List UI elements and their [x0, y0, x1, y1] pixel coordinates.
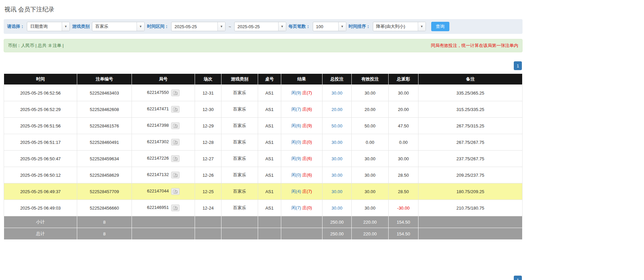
table-row: 2025-05-25 06:50:47 522528459634 6221472…: [4, 151, 523, 167]
player-result: 闲(4): [291, 189, 301, 194]
total-bet-link[interactable]: 30.00: [332, 173, 343, 178]
cell-result: 闲(0) 庄(6): [281, 167, 323, 183]
subtotal-row: 小计 8 250.00 220.00 154.50: [4, 216, 523, 228]
cell-total-bet: 30.00: [323, 183, 352, 200]
banker-result: 庄(6): [302, 107, 312, 112]
total-bet-link[interactable]: 30.00: [332, 206, 343, 211]
bet-records-table: 时间 注单编号 局号 场次 游戏类别 桌号 结果 总投注 有效投注 总派彩 备注…: [4, 73, 523, 240]
cell-note: 237.75/267.75: [418, 151, 523, 167]
chevron-down-icon[interactable]: ▼: [62, 22, 69, 31]
sort-order-dropdown[interactable]: 降幂(由大到小) ▼: [373, 22, 426, 31]
table-body: 2025-05-25 06:52:56 522528463403 6221475…: [4, 85, 523, 216]
page-size-value: 100: [313, 22, 338, 31]
total-count: 8: [77, 228, 132, 240]
round-id: 622147226: [147, 156, 169, 161]
player-result: 闲(9): [291, 156, 301, 161]
cell-total-bet: 30.00: [323, 134, 352, 151]
col-result: 结果: [281, 74, 323, 85]
round-video-icon[interactable]: [171, 172, 180, 178]
cell-table-no: AS1: [258, 151, 281, 167]
cell-result: 闲(0) 庄(0): [281, 134, 323, 151]
total-bet-link[interactable]: 30.00: [332, 189, 343, 194]
cell-result: 闲(4) 庄(7): [281, 183, 323, 200]
date-from-dropdown[interactable]: 2025-05-25 ▼: [171, 22, 226, 31]
search-button[interactable]: 查询: [431, 22, 449, 31]
cell-total-bet: 30.00: [323, 151, 352, 167]
total-bet-link[interactable]: 30.00: [332, 156, 343, 161]
cell-total-bet: 50.00: [323, 118, 352, 134]
total-bet-link[interactable]: 30.00: [332, 140, 343, 145]
pagination-page-1[interactable]: 1: [514, 61, 522, 70]
total-payout: 154.50: [389, 228, 418, 240]
query-type-dropdown[interactable]: 日期查询 ▼: [27, 22, 70, 31]
round-video-icon[interactable]: [171, 188, 180, 195]
cell-note: 209.25/237.75: [418, 167, 523, 183]
cell-game-type: 百家乐: [221, 167, 258, 183]
query-type-value: 日期查询: [27, 22, 62, 31]
total-bet-link[interactable]: 20.00: [332, 107, 343, 112]
cell-result: 闲(7) 庄(6): [281, 101, 323, 118]
table-row: 2025-05-25 06:50:12 522528458629 6221471…: [4, 167, 523, 183]
subtotal-valid-bet: 220.00: [352, 216, 389, 228]
cell-valid-bet: 30.00: [352, 167, 389, 183]
game-type-dropdown[interactable]: 百家乐 ▼: [92, 22, 145, 31]
chevron-down-icon[interactable]: ▼: [418, 22, 426, 31]
cell-game-type: 百家乐: [221, 151, 258, 167]
table-row: 2025-05-25 06:52:56 522528463403 6221475…: [4, 85, 523, 101]
round-video-icon[interactable]: [171, 139, 180, 146]
player-result: 闲(0): [291, 172, 301, 177]
cell-valid-bet: 30.00: [352, 183, 389, 200]
cell-result: 闲(9) 庄(6): [281, 151, 323, 167]
total-label: 总计: [4, 228, 77, 240]
date-to-dropdown[interactable]: 2025-05-25 ▼: [234, 22, 286, 31]
total-bet-link[interactable]: 30.00: [332, 91, 343, 96]
round-video-icon[interactable]: [171, 90, 180, 96]
col-payout: 总派彩: [389, 74, 418, 85]
cell-time: 2025-05-25 06:50:12: [4, 167, 77, 183]
cell-payout: 0.00: [389, 134, 418, 151]
cell-session: 12-26: [195, 167, 221, 183]
cell-session: 12-28: [195, 134, 221, 151]
page-size-dropdown[interactable]: 100 ▼: [313, 22, 346, 31]
total-total-bet: 250.00: [323, 228, 352, 240]
cell-time: 2025-05-25 06:49:03: [4, 200, 77, 216]
cell-session: 12-30: [195, 101, 221, 118]
round-video-icon[interactable]: [171, 205, 180, 211]
page-title: 视讯 会员下注纪录: [4, 0, 523, 13]
cell-result: 闲(7) 庄(0): [281, 200, 323, 216]
round-video-icon[interactable]: [171, 106, 180, 113]
round-video-icon[interactable]: [171, 155, 180, 162]
round-id: 622147302: [147, 139, 169, 144]
cell-time: 2025-05-25 06:49:37: [4, 183, 77, 200]
cell-game-type: 百家乐: [221, 85, 258, 101]
banker-result: 庄(6): [302, 172, 312, 177]
cell-bet-id: 522528461576: [77, 118, 132, 134]
cell-round-id: 622147471: [132, 101, 195, 118]
cell-table-no: AS1: [258, 134, 281, 151]
pagination-bottom-page-1[interactable]: 1: [514, 276, 522, 280]
chevron-down-icon[interactable]: ▼: [217, 22, 225, 31]
game-type-value: 百家乐: [92, 22, 137, 31]
cell-total-bet: 30.00: [323, 200, 352, 216]
round-id: 622147398: [147, 123, 169, 128]
table-row: 2025-05-25 06:51:17 522528460491 6221473…: [4, 134, 523, 151]
chevron-down-icon[interactable]: ▼: [278, 22, 286, 31]
same-round-note: 同局有效投注，统一计算在该局第一张注单内: [431, 43, 518, 49]
cell-table-no: AS1: [258, 85, 281, 101]
col-session: 场次: [195, 74, 221, 85]
cell-payout: 28.50: [389, 167, 418, 183]
cell-valid-bet: 30.00: [352, 151, 389, 167]
cell-valid-bet: 0.00: [352, 134, 389, 151]
cell-note: 210.75/180.75: [418, 200, 523, 216]
cell-time: 2025-05-25 06:51:56: [4, 118, 77, 134]
time-range-label: 时间区间：: [147, 23, 169, 30]
cell-bet-id: 522528462608: [77, 101, 132, 118]
cell-round-id: 622147226: [132, 151, 195, 167]
chevron-down-icon[interactable]: ▼: [338, 22, 346, 31]
total-bet-link[interactable]: 50.00: [332, 123, 343, 128]
cell-bet-id: 522528457709: [77, 183, 132, 200]
chevron-down-icon[interactable]: ▼: [137, 22, 144, 31]
page-container: 视讯 会员下注纪录 请选择： 日期查询 ▼ 游戏类别 百家乐 ▼ 时间区间： 2…: [4, 0, 523, 240]
cell-payout: 47.50: [389, 118, 418, 134]
round-video-icon[interactable]: [171, 122, 180, 129]
